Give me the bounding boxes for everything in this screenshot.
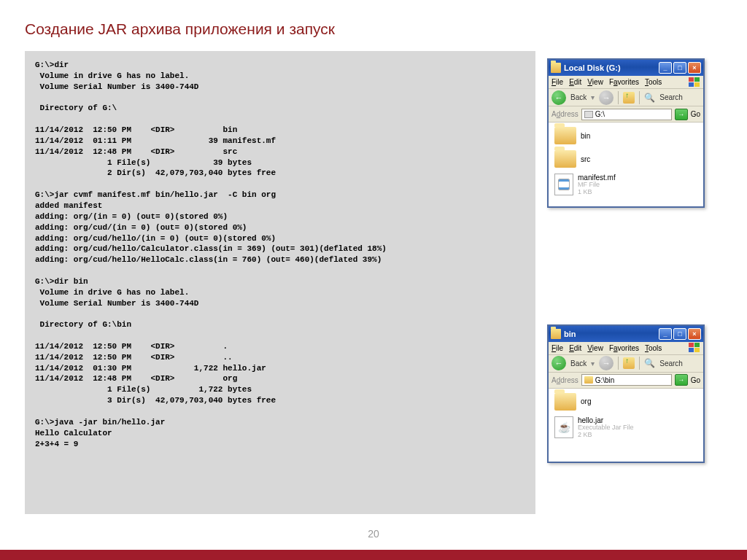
minimize-button[interactable]: _ bbox=[659, 328, 672, 340]
disk-icon bbox=[551, 63, 561, 73]
file-pane: bin src manifest.mf MF File 1 KB bbox=[549, 122, 703, 206]
address-field[interactable]: G:\bin bbox=[581, 374, 672, 386]
folder-icon bbox=[584, 376, 593, 384]
menu-edit[interactable]: Edit bbox=[569, 78, 581, 86]
folder-icon bbox=[554, 150, 576, 168]
go-button[interactable]: → bbox=[675, 374, 688, 386]
jar-file-icon bbox=[554, 416, 573, 438]
menubar: File Edit View Favorites Tools bbox=[549, 76, 703, 89]
toolbar: ← Back ▾ → 🔍 Search bbox=[549, 89, 703, 106]
maximize-button[interactable]: □ bbox=[673, 62, 686, 74]
menu-file[interactable]: File bbox=[551, 78, 563, 86]
search-icon[interactable]: 🔍 bbox=[644, 93, 655, 103]
windows-logo-icon bbox=[689, 77, 700, 88]
menu-tools[interactable]: Tools bbox=[645, 344, 662, 352]
back-button[interactable]: ← bbox=[551, 90, 566, 105]
search-label: Search bbox=[659, 93, 683, 101]
address-value: G:\bin bbox=[595, 376, 615, 384]
back-button[interactable]: ← bbox=[551, 356, 566, 370]
menu-edit[interactable]: Edit bbox=[569, 344, 581, 352]
forward-button[interactable]: → bbox=[599, 356, 614, 370]
back-label: Back bbox=[570, 359, 587, 368]
minimize-button[interactable]: _ bbox=[659, 62, 672, 74]
page-title: Создание JAR архива приложения и запуск bbox=[0, 0, 747, 38]
list-item[interactable]: bin bbox=[554, 127, 697, 144]
search-icon[interactable]: 🔍 bbox=[644, 358, 655, 368]
go-button[interactable]: → bbox=[675, 109, 688, 120]
menu-file[interactable]: File bbox=[551, 344, 563, 352]
back-label: Back bbox=[570, 93, 587, 101]
folder-icon bbox=[551, 329, 561, 339]
close-button[interactable]: × bbox=[688, 62, 701, 74]
close-button[interactable]: × bbox=[688, 328, 701, 340]
explorer-sidebar: Local Disk (G:) _ □ × File Edit View Fav… bbox=[547, 58, 705, 514]
windows-logo-icon bbox=[689, 343, 700, 353]
window-title: bin bbox=[564, 330, 659, 338]
content-area: G:\>dir Volume in drive G has no label. … bbox=[25, 51, 747, 514]
menu-view[interactable]: View bbox=[587, 78, 603, 86]
up-folder-icon[interactable] bbox=[623, 357, 635, 369]
address-bar: Address G:\bin → Go bbox=[549, 373, 703, 389]
window-title: Local Disk (G:) bbox=[564, 63, 659, 72]
folder-icon bbox=[554, 393, 576, 411]
go-label: Go bbox=[691, 110, 700, 118]
list-item[interactable]: manifest.mf MF File 1 KB bbox=[554, 174, 697, 196]
explorer-window-g: Local Disk (G:) _ □ × File Edit View Fav… bbox=[547, 58, 705, 208]
file-icon bbox=[554, 174, 573, 195]
search-label: Search bbox=[659, 359, 683, 368]
address-label: Address bbox=[551, 110, 578, 118]
menu-favorites[interactable]: Favorites bbox=[609, 344, 639, 352]
address-label: Address bbox=[551, 376, 578, 384]
titlebar[interactable]: Local Disk (G:) _ □ × bbox=[549, 60, 703, 76]
terminal-output: G:\>dir Volume in drive G has no label. … bbox=[25, 51, 535, 514]
folder-icon bbox=[554, 127, 576, 144]
maximize-button[interactable]: □ bbox=[673, 328, 686, 340]
up-folder-icon[interactable] bbox=[623, 92, 635, 104]
page-number: 20 bbox=[0, 528, 747, 540]
drive-icon bbox=[584, 111, 593, 118]
list-item[interactable]: src bbox=[554, 150, 697, 168]
list-item[interactable]: org bbox=[554, 393, 697, 411]
file-pane: org hello.jar Executable Jar File 2 KB bbox=[549, 389, 703, 462]
menubar: File Edit View Favorites Tools bbox=[549, 342, 703, 355]
menu-view[interactable]: View bbox=[587, 344, 603, 352]
bottom-bar bbox=[0, 550, 747, 560]
address-bar: Address G:\ → Go bbox=[549, 106, 703, 122]
go-label: Go bbox=[691, 376, 700, 384]
list-item[interactable]: hello.jar Executable Jar File 2 KB bbox=[554, 416, 697, 439]
explorer-window-bin: bin _ □ × File Edit View Favorites Tools… bbox=[547, 324, 705, 463]
address-value: G:\ bbox=[595, 110, 605, 118]
menu-tools[interactable]: Tools bbox=[645, 78, 662, 86]
titlebar[interactable]: bin _ □ × bbox=[549, 326, 703, 342]
forward-button[interactable]: → bbox=[599, 90, 614, 105]
menu-favorites[interactable]: Favorites bbox=[609, 78, 639, 86]
address-field[interactable]: G:\ bbox=[581, 109, 672, 120]
toolbar: ← Back ▾ → 🔍 Search bbox=[549, 355, 703, 373]
